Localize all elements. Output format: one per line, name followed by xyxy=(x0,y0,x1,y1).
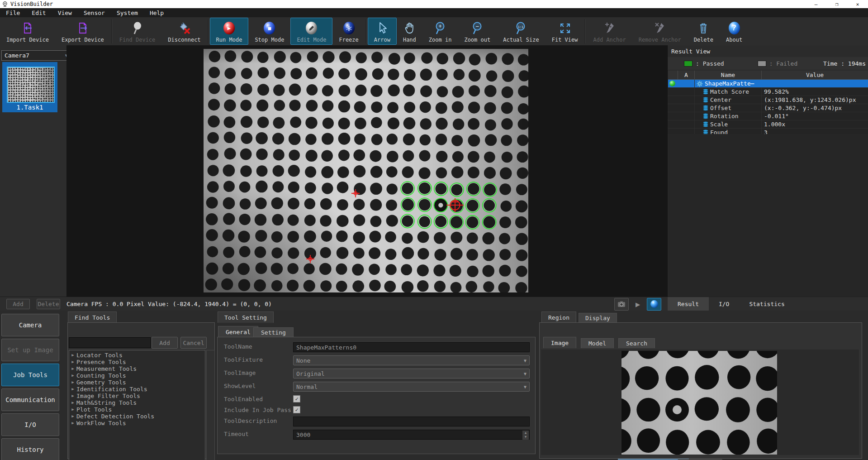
field-input[interactable] xyxy=(293,417,530,426)
expand-arrow-icon[interactable]: ▶ xyxy=(69,406,76,413)
tree-counting-tools[interactable]: ▶Counting Tools xyxy=(69,372,205,379)
expand-arrow-icon[interactable]: ▶ xyxy=(69,413,76,420)
disconnect-button[interactable]: Disconnect xyxy=(161,18,207,45)
tab-io[interactable]: I/O xyxy=(709,297,739,311)
menu-sensor[interactable]: Sensor xyxy=(78,8,111,17)
sidebar-camera[interactable]: Camera xyxy=(1,314,59,336)
snapshot-button[interactable] xyxy=(614,298,629,311)
tree-item-label: Defect Detection Tools xyxy=(76,413,154,420)
about-button[interactable]: ?About xyxy=(720,18,749,45)
expand-arrow-icon[interactable]: ▶ xyxy=(69,372,76,379)
freeze-button[interactable]: Freeze xyxy=(332,18,365,45)
find-tools-tab[interactable]: Find Tools xyxy=(68,311,117,323)
tab-result[interactable]: Result xyxy=(668,297,709,311)
play-button[interactable]: ▶ xyxy=(631,298,645,311)
sidebar-i-o[interactable]: I/O xyxy=(1,413,59,436)
arrow-button[interactable]: Arrow xyxy=(368,18,397,45)
tab-image[interactable]: Image xyxy=(543,337,576,348)
tab-region[interactable]: Region xyxy=(541,311,576,323)
menu-edit[interactable]: Edit xyxy=(26,8,52,17)
tree-presence-tools[interactable]: ▶Presence Tools xyxy=(69,359,205,365)
result-row-offset[interactable]: Offset (x:-0.362, y:-0.474)px xyxy=(668,104,868,112)
tree-locator-tools[interactable]: ▶Locator Tools xyxy=(69,352,205,359)
result-row-rotation[interactable]: Rotation -0.011° xyxy=(668,112,868,120)
expand-arrow-icon[interactable]: ▶ xyxy=(69,365,76,372)
tree-measurement-tools[interactable]: ▶Measurement Tools xyxy=(69,365,205,372)
menu-system[interactable]: System xyxy=(111,8,144,17)
delete-button[interactable]: Delete xyxy=(688,18,720,45)
sidebar-communication[interactable]: Communication xyxy=(1,388,59,411)
result-row-tool[interactable]: ShapeMaxPatte⋯ xyxy=(668,80,868,88)
tree-geometry-tools[interactable]: ▶Geometry Tools xyxy=(69,379,205,386)
hand-button[interactable]: Hand xyxy=(397,18,422,45)
record-button[interactable] xyxy=(647,298,661,311)
zoom-out-button[interactable]: −Zoom out xyxy=(458,18,497,45)
add-tool-button[interactable]: Add xyxy=(152,337,178,349)
import-device-button[interactable]: Import Device xyxy=(0,18,55,45)
field-label: ToolImage xyxy=(224,369,256,376)
menu-file[interactable]: File xyxy=(0,8,26,17)
image-viewport[interactable] xyxy=(66,45,667,297)
export-device-button[interactable]: Export Device xyxy=(55,18,110,45)
camera-selector-dropdown[interactable]: Camera7 ▼ xyxy=(1,50,71,61)
svg-text:1:1: 1:1 xyxy=(518,25,524,29)
spinner-arrows[interactable]: ▲▼ xyxy=(522,431,529,440)
minimize-button[interactable]: — xyxy=(806,0,826,8)
menu-bar: FileEditViewSensorSystemHelp xyxy=(0,8,868,17)
cancel-tool-button[interactable]: Cancel xyxy=(180,337,207,349)
close-button[interactable]: ✕ xyxy=(847,0,868,8)
field-input[interactable]: ShapeMaxPatterns0 xyxy=(293,342,530,352)
menu-view[interactable]: View xyxy=(52,8,78,17)
run-mode-button[interactable]: ▶Run Mode xyxy=(210,18,249,45)
expand-arrow-icon[interactable]: ▶ xyxy=(69,393,76,399)
restore-button[interactable]: ❐ xyxy=(826,0,847,8)
actual-size-button[interactable]: 1:1Actual Size xyxy=(497,18,545,45)
tool-setting-tab[interactable]: Tool Setting xyxy=(218,311,274,323)
sidebar-set-up-image: Set up Image xyxy=(1,339,59,361)
zoom-in-button[interactable]: +Zoom in xyxy=(422,18,458,45)
fit-view-button[interactable]: Fit View xyxy=(545,18,584,45)
sidebar-job-tools[interactable]: Job Tools xyxy=(1,364,59,386)
result-row-scale[interactable]: Scale 1.000x xyxy=(668,120,868,129)
expand-arrow-icon[interactable]: ▶ xyxy=(69,359,76,365)
menu-help[interactable]: Help xyxy=(144,8,170,17)
freeze-label: Freeze xyxy=(339,37,358,43)
tab-setting[interactable]: Setting xyxy=(253,327,294,337)
zoom-out-icon: − xyxy=(471,20,484,36)
tab-search[interactable]: Search xyxy=(618,338,655,348)
tab-general[interactable]: General xyxy=(218,326,258,337)
expand-arrow-icon[interactable]: ▶ xyxy=(69,399,76,406)
cell-status xyxy=(668,96,678,104)
expand-arrow-icon[interactable]: ▶ xyxy=(69,379,76,386)
expand-arrow-icon[interactable]: ▶ xyxy=(69,352,76,359)
tree-workflow-tools[interactable]: ▶WorkFlow Tools xyxy=(69,420,205,426)
tree-defect-detection-tools[interactable]: ▶Defect Detection Tools xyxy=(69,413,205,420)
result-table-header: ANameValue xyxy=(668,71,868,80)
tree-math-string-tools[interactable]: ▶Math&String Tools xyxy=(69,399,205,406)
field-checkbox[interactable]: ✓ xyxy=(293,406,300,413)
tab-statistics[interactable]: Statistics xyxy=(739,297,794,311)
tab-model[interactable]: Model xyxy=(581,338,614,348)
tools-tree-scrollbar[interactable] xyxy=(206,350,215,460)
field-select[interactable]: Original▼ xyxy=(293,369,530,379)
field-spinbox[interactable]: 3000▲▼ xyxy=(293,430,530,440)
find-tools-panel: Find Tools Add Cancel ▶Locator Tools▶Pre… xyxy=(66,311,216,460)
toolbar-separator xyxy=(111,19,112,43)
freeze-icon xyxy=(343,20,355,36)
tree-identification-tools[interactable]: ▶Identification Tools xyxy=(69,386,205,393)
tree-image-filter-tools[interactable]: ▶Image Filter Tools xyxy=(69,393,205,399)
expand-arrow-icon[interactable]: ▶ xyxy=(69,420,76,426)
find-tools-search-input[interactable] xyxy=(69,337,151,348)
stop-mode-button[interactable]: ■Stop Mode xyxy=(248,18,290,45)
result-row-match-score[interactable]: Match Score 99.582% xyxy=(668,88,868,96)
tab-display[interactable]: Display xyxy=(579,313,617,323)
expand-arrow-icon[interactable]: ▶ xyxy=(69,386,76,393)
field-checkbox[interactable]: ✓ xyxy=(293,395,300,402)
result-row-center[interactable]: Center (x:1981.638, y:1243.026)px xyxy=(668,96,868,104)
tree-plot-tools[interactable]: ▶Plot Tools xyxy=(69,406,205,413)
field-select[interactable]: Normal▼ xyxy=(293,382,530,392)
sidebar-history[interactable]: History xyxy=(1,438,59,460)
toolbar: Import Device Export Device Find Device … xyxy=(0,17,868,46)
task-thumbnail-tile[interactable]: 1.Task1 xyxy=(2,62,57,112)
field-select[interactable]: None▼ xyxy=(293,355,530,365)
